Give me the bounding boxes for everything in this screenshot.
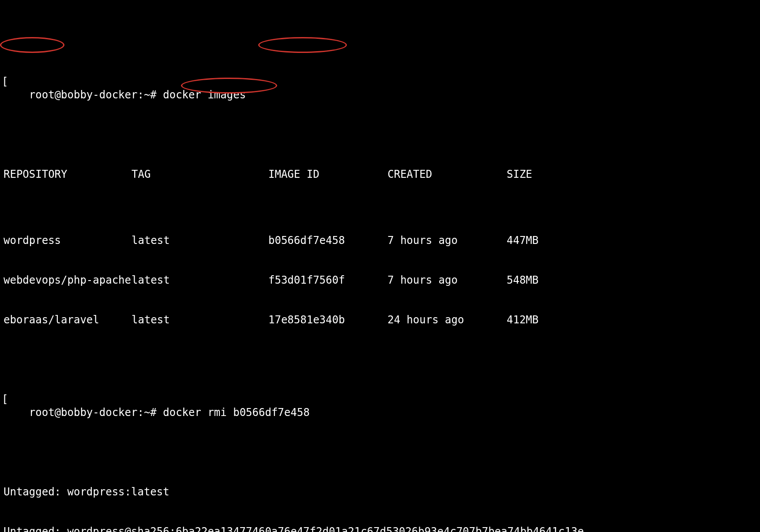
prompt: root@bobby-docker:~# <box>29 406 157 419</box>
cell-tag: latest <box>132 234 268 247</box>
cmd-line-2: [ root@bobby-docker:~# docker rmi b0566d… <box>4 379 756 432</box>
cell-repository: wordpress <box>4 234 132 247</box>
cell-created: 24 hours ago <box>388 313 507 326</box>
cell-image-id: f53d01f7560f <box>268 273 388 287</box>
images-row: wordpress latest b0566df7e458 7 hours ag… <box>4 234 756 247</box>
cell-tag: latest <box>132 313 268 326</box>
col-header-tag: TAG <box>132 168 268 181</box>
prompt: root@bobby-docker:~# <box>29 89 157 101</box>
command-docker-images: docker images <box>163 89 246 101</box>
cell-repository: webdevops/php-apache <box>4 273 132 287</box>
command-docker-rmi: docker rmi b0566df7e458 <box>163 406 309 419</box>
cell-size: 447MB <box>507 234 595 247</box>
cell-image-id: 17e8581e340b <box>268 313 388 326</box>
output-line: Untagged: wordpress@sha256:6ba22ea134774… <box>4 525 756 532</box>
cell-image-id: b0566df7e458 <box>268 234 388 247</box>
cell-created: 7 hours ago <box>388 234 507 247</box>
bracket-icon: [ <box>2 75 8 88</box>
cell-created: 7 hours ago <box>388 273 507 287</box>
col-header-image-id: IMAGE ID <box>268 168 388 181</box>
bracket-icon: [ <box>2 393 8 406</box>
rmi-arg: b0566df7e458 <box>233 406 309 419</box>
annotation-circle-icon <box>0 37 64 53</box>
cmd-line-1: [ root@bobby-docker:~# docker images <box>4 62 756 115</box>
cell-size: 548MB <box>507 273 595 287</box>
col-header-repository: REPOSITORY <box>4 168 132 181</box>
images-row: eboraas/laravel latest 17e8581e340b 24 h… <box>4 313 756 326</box>
output-line: Untagged: wordpress:latest <box>4 485 756 498</box>
annotation-circle-icon <box>258 37 347 53</box>
images-header-row: REPOSITORY TAG IMAGE ID CREATED SIZE <box>4 168 756 181</box>
cell-size: 412MB <box>507 313 595 326</box>
terminal[interactable]: [ root@bobby-docker:~# docker images REP… <box>0 0 760 532</box>
images-row: webdevops/php-apache latest f53d01f7560f… <box>4 273 756 287</box>
cell-tag: latest <box>132 273 268 287</box>
col-header-created: CREATED <box>388 168 507 181</box>
cell-repository: eboraas/laravel <box>4 313 132 326</box>
col-header-size: SIZE <box>507 168 595 181</box>
